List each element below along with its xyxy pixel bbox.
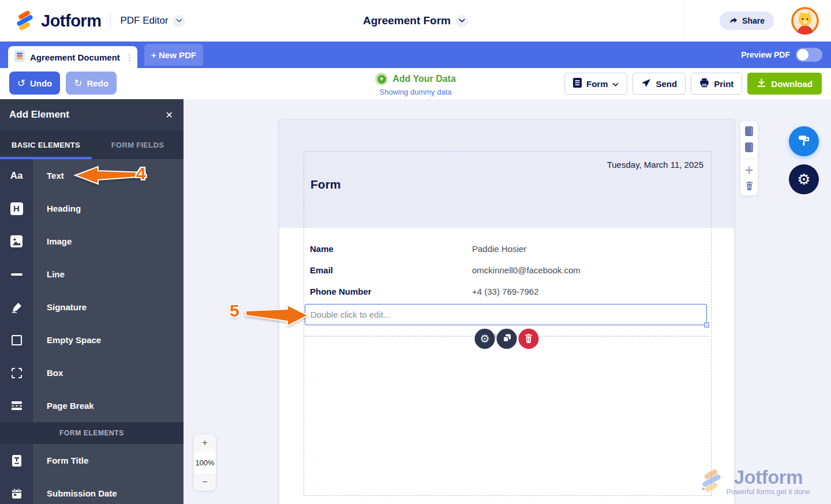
pdf-editor-app: Jotform PDF Editor Agreement Form Share (0, 0, 831, 504)
empty-space-icon (0, 324, 33, 356)
header-divider (110, 12, 111, 29)
sidebar-item-heading[interactable]: H Heading (0, 192, 184, 225)
jotform-logo-icon[interactable] (14, 10, 36, 32)
new-pdf-button[interactable]: + New PDF (144, 44, 203, 66)
undo-label: Undo (30, 78, 52, 88)
delete-page-icon[interactable] (745, 181, 754, 190)
tab-basic-elements[interactable]: BASIC ELEMENTS (0, 130, 92, 159)
undo-button[interactable]: ↺ Undo (9, 72, 60, 95)
preview-pdf-toggle[interactable] (796, 48, 822, 62)
submission-date-text[interactable]: Tuesday, March 11, 2025 (304, 160, 703, 170)
form-elements-section-header: FORM ELEMENTS (0, 422, 184, 444)
submission-date-icon (0, 477, 33, 504)
watermark-brand: Jotform (734, 468, 803, 487)
page-thumbnail-icon[interactable] (745, 142, 753, 152)
pdf-page: Tuesday, March 11, 2025 Form Name Paddie… (279, 120, 734, 504)
add-element-panel: Add Element ✕ BASIC ELEMENTS FORM FIELDS… (0, 99, 184, 504)
product-switcher[interactable]: PDF Editor (120, 15, 185, 27)
element-duplicate-button[interactable] (497, 329, 517, 349)
design-paint-roller-button[interactable] (789, 126, 819, 156)
resize-handle[interactable] (704, 322, 709, 328)
settings-fab-button[interactable]: ⚙ (789, 164, 819, 194)
gear-icon: ⚙ (480, 333, 489, 344)
document-tab-label: Agreement Document (30, 52, 120, 62)
zoom-in-button[interactable]: + (194, 434, 216, 452)
download-icon (757, 78, 766, 89)
preview-pdf-label: Preview PDF (741, 50, 790, 59)
top-header: Jotform PDF Editor Agreement Form Share (0, 0, 831, 42)
sidebar-item-image[interactable]: Image (0, 225, 184, 258)
close-icon[interactable]: ✕ (166, 110, 173, 121)
avatar[interactable] (791, 7, 819, 35)
download-button[interactable]: Download (747, 73, 822, 95)
text-icon: Aa (0, 159, 33, 192)
sidebar-item-signature[interactable]: Signature (0, 291, 184, 324)
send-button[interactable]: Send (632, 73, 686, 95)
active-tab-underline (0, 157, 92, 159)
panel-header: Add Element ✕ (0, 99, 184, 130)
chevron-down-icon (173, 15, 185, 27)
element-delete-button[interactable] (519, 329, 539, 349)
share-label: Share (742, 16, 765, 25)
trash-icon (525, 333, 533, 345)
zoom-control: + 100% − (194, 434, 216, 491)
print-button[interactable]: Print (691, 73, 742, 95)
panel-tabs: BASIC ELEMENTS FORM FIELDS (0, 130, 184, 159)
chevron-down-icon[interactable] (456, 15, 468, 27)
download-label: Download (771, 79, 813, 89)
sidebar-item-form-title[interactable]: Form Title (0, 444, 184, 477)
tab-form-fields[interactable]: FORM FIELDS (92, 130, 184, 159)
panel-title: Add Element (9, 109, 69, 121)
add-page-icon[interactable] (744, 166, 754, 175)
form-title-area[interactable]: Agreement Form (363, 0, 468, 42)
zoom-out-button[interactable]: − (194, 473, 216, 491)
sidebar-item-line[interactable]: Line (0, 258, 184, 291)
sidebar-item-text[interactable]: Aa Text (0, 159, 184, 192)
editor-placeholder: Double click to edit... (310, 310, 390, 319)
chevron-down-icon (612, 79, 619, 89)
product-name: PDF Editor (120, 15, 168, 27)
duplicate-icon (502, 333, 511, 344)
element-action-buttons: ⚙ (475, 329, 539, 349)
sidebar-item-box[interactable]: Box (0, 356, 184, 389)
sidebar-item-empty-space[interactable]: Empty Space (0, 324, 184, 356)
sidebar-item-page-break[interactable]: Page Break (0, 389, 184, 422)
jotform-watermark: Jotform Powerful forms get it done (699, 468, 810, 496)
share-button[interactable]: Share (720, 12, 774, 30)
gear-icon: ⚙ (797, 171, 810, 189)
kebab-menu-icon[interactable]: ⋮ (125, 53, 134, 62)
zoom-level: 100% (194, 452, 216, 473)
tab-agreement-document[interactable]: Agreement Document ⋮ (8, 46, 137, 68)
share-arrow-icon (729, 16, 738, 26)
header-right-divider (684, 5, 684, 37)
document-tab-bar: Agreement Document ⋮ + New PDF Preview P… (0, 42, 831, 68)
field-row-name[interactable]: Name Paddie Hosier (310, 244, 708, 254)
dummy-data-note[interactable]: Showing dummy data (379, 88, 451, 96)
text-element-editor[interactable]: Double click to edit... (305, 304, 707, 325)
page-thumbnail-icon[interactable] (745, 126, 753, 136)
page-header-band (279, 120, 734, 228)
page-side-toolbar (740, 121, 758, 195)
paint-roller-icon (798, 134, 811, 149)
form-menu-button[interactable]: Form (564, 73, 628, 95)
undo-icon: ↺ (17, 77, 25, 89)
form-title-icon (0, 444, 33, 477)
field-row-phone[interactable]: Phone Number +4 (33) 769-7962 (310, 287, 708, 296)
redo-button[interactable]: ↻ Redo (66, 72, 117, 95)
add-your-data-button[interactable]: + Add Your Data (375, 73, 456, 85)
box-icon (0, 356, 33, 389)
toolbar-actions: Form Send Print Do (564, 73, 822, 95)
plus-circle-icon: + (375, 73, 388, 85)
signature-icon (0, 291, 33, 324)
sidebar-item-submission-date[interactable]: Submission Date (0, 477, 184, 504)
redo-label: Redo (87, 78, 108, 88)
send-label: Send (656, 79, 677, 89)
send-plane-icon (641, 78, 651, 89)
pdf-canvas: + 100% − Tuesday, March 11, 2025 Form Na… (184, 99, 831, 504)
form-title-text[interactable]: Form (310, 178, 341, 191)
add-your-data-label: Add Your Data (392, 74, 456, 84)
form-menu-label: Form (586, 79, 608, 89)
element-settings-button[interactable]: ⚙ (475, 329, 495, 349)
field-row-email[interactable]: Email omckinnell0@facebook.com (310, 265, 708, 275)
brand-wordmark[interactable]: Jotform (41, 12, 101, 31)
